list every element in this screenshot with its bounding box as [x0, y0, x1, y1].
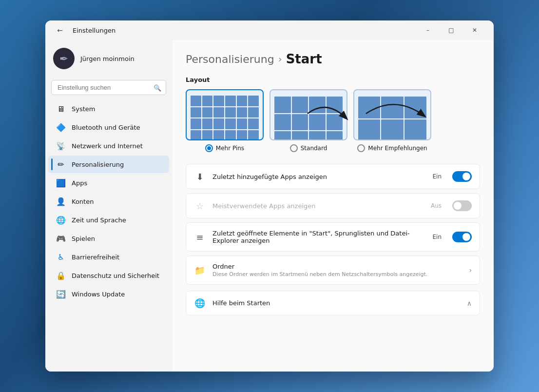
- help-icon: 🌐: [194, 298, 206, 308]
- sidebar-item-label: System: [72, 105, 95, 113]
- toggle-row-recent-items: ≡ Zuletzt geöffnete Elemente in "Start",…: [186, 222, 480, 252]
- toggle-knob: [462, 173, 470, 180]
- main-content: Personalisierung › Start Layout: [172, 40, 494, 372]
- help-row[interactable]: 🌐 Hilfe beim Starten ∧: [186, 291, 480, 315]
- sidebar-item-label: Zeit und Sprache: [72, 216, 126, 224]
- avatar-icon: ✒: [59, 53, 68, 65]
- most-used-status: Aus: [431, 202, 442, 209]
- accessibility-icon: ♿: [56, 252, 66, 262]
- system-icon: 🖥: [56, 104, 66, 114]
- layout-option-mehr-pins: Mehr Pins: [186, 89, 264, 152]
- titlebar: ← Einstellungen – □ ✕: [45, 20, 494, 40]
- sidebar-item-accessibility[interactable]: ♿ Barrierefreiheit: [48, 248, 169, 266]
- time-icon: 🌐: [56, 215, 66, 225]
- toggle-row-recently-added: ⬇ Zuletzt hinzugefügte Apps anzeigen Ein: [186, 164, 480, 189]
- recently-added-status: Ein: [432, 173, 442, 180]
- minimize-button[interactable]: –: [417, 22, 439, 38]
- page-header: Personalisierung › Start: [186, 52, 480, 66]
- breadcrumb-sep: ›: [278, 53, 282, 65]
- sidebar-item-label: Personalisierung: [72, 161, 124, 168]
- close-button[interactable]: ✕: [463, 22, 486, 38]
- recent-items-icon: ≡: [194, 232, 206, 242]
- chevron-right-icon: ›: [469, 266, 472, 274]
- settings-window: ← Einstellungen – □ ✕ ✒ Jürgen moinmoin …: [45, 20, 494, 372]
- search-input[interactable]: [51, 80, 166, 95]
- window-title: Einstellungen: [73, 27, 116, 34]
- sidebar-item-privacy[interactable]: 🔒 Datenschutz und Sicherheit: [48, 267, 169, 284]
- layout-label-standard: Standard: [301, 145, 327, 152]
- apps-icon: 🟦: [56, 178, 66, 188]
- bluetooth-icon: 🔷: [56, 122, 66, 132]
- sidebar-item-update[interactable]: 🔄 Windows Update: [48, 285, 169, 303]
- recent-items-toggle[interactable]: [452, 232, 472, 242]
- help-label: Hilfe beim Starten: [212, 299, 460, 307]
- search-box: 🔍: [51, 80, 166, 95]
- ordner-icon: 📁: [194, 265, 206, 275]
- back-button[interactable]: ←: [53, 23, 67, 37]
- sidebar-item-label: Netzwerk und Internet: [72, 142, 143, 150]
- recently-added-toggle[interactable]: [452, 171, 472, 182]
- sidebar-item-accounts[interactable]: 👤 Konten: [48, 193, 169, 210]
- sidebar-item-network[interactable]: 📡 Netzwerk und Internet: [48, 137, 169, 155]
- maximize-button[interactable]: □: [440, 22, 462, 38]
- page-title: Start: [286, 52, 322, 66]
- avatar: ✒: [53, 48, 75, 69]
- breadcrumb: Personalisierung: [186, 53, 274, 65]
- sidebar: ✒ Jürgen moinmoin 🔍 🖥 System 🔷 Bluetooth…: [45, 40, 172, 372]
- most-used-toggle[interactable]: [452, 200, 472, 211]
- network-icon: 📡: [56, 141, 66, 151]
- radio-mehr-empfehlungen[interactable]: [357, 144, 365, 152]
- content-area: ✒ Jürgen moinmoin 🔍 🖥 System 🔷 Bluetooth…: [45, 40, 494, 372]
- layout-thumbnail-mehr-empfehlungen[interactable]: [353, 89, 431, 140]
- layout-selector: Mehr Pins: [186, 89, 480, 152]
- ordner-subtitle: Diese Ordner werden im Startmenü neben d…: [212, 271, 462, 277]
- layout-option-standard: Standard: [270, 89, 347, 152]
- settings-list: ⬇ Zuletzt hinzugefügte Apps anzeigen Ein…: [186, 164, 480, 315]
- gaming-icon: 🎮: [56, 234, 66, 243]
- layout-radio-standard[interactable]: Standard: [290, 144, 327, 152]
- toggle-knob: [462, 233, 470, 241]
- personalization-icon: ✏️: [56, 159, 66, 169]
- toggle-row-most-used: ☆ Meistverwendete Apps anzeigen Aus: [186, 193, 480, 218]
- sidebar-item-label: Konten: [72, 198, 94, 205]
- radio-standard[interactable]: [290, 144, 298, 152]
- accounts-icon: 👤: [56, 196, 66, 206]
- sidebar-item-system[interactable]: 🖥 System: [48, 100, 169, 118]
- titlebar-left: ← Einstellungen: [53, 23, 116, 37]
- recent-items-label: Zuletzt geöffnete Elemente in "Start", S…: [212, 230, 425, 244]
- layout-radio-mehr-empfehlungen[interactable]: Mehr Empfehlungen: [357, 144, 427, 152]
- sidebar-item-bluetooth[interactable]: 🔷 Bluetooth und Geräte: [48, 118, 169, 136]
- sidebar-item-label: Apps: [72, 179, 87, 187]
- username: Jürgen moinmoin: [80, 55, 135, 62]
- sidebar-item-label: Windows Update: [72, 291, 125, 298]
- sidebar-item-gaming[interactable]: 🎮 Spielen: [48, 230, 169, 247]
- section-layout-label: Layout: [186, 76, 480, 83]
- sidebar-item-apps[interactable]: 🟦 Apps: [48, 174, 169, 192]
- sidebar-item-label: Datenschutz und Sicherheit: [72, 272, 159, 279]
- update-icon: 🔄: [56, 289, 66, 299]
- sidebar-item-time[interactable]: 🌐 Zeit und Sprache: [48, 211, 169, 229]
- sidebar-item-label: Barrierefreiheit: [72, 254, 119, 261]
- ordner-texts: Ordner Diese Ordner werden im Startmenü …: [212, 263, 462, 277]
- search-icon: 🔍: [154, 84, 161, 91]
- recent-items-status: Ein: [432, 234, 442, 240]
- ordner-title: Ordner: [212, 263, 462, 270]
- radio-mehr-pins[interactable]: [205, 144, 213, 152]
- layout-option-mehr-empfehlungen: Mehr Empfehlungen: [353, 89, 431, 152]
- layout-thumbnail-mehr-pins[interactable]: [186, 89, 264, 140]
- layout-radio-mehr-pins[interactable]: Mehr Pins: [205, 144, 244, 152]
- sidebar-item-label: Spielen: [72, 235, 95, 242]
- titlebar-controls: – □ ✕: [417, 22, 486, 38]
- sidebar-item-personalization[interactable]: ✏️ Personalisierung: [48, 156, 169, 173]
- most-used-icon: ☆: [194, 201, 206, 211]
- user-section: ✒ Jürgen moinmoin: [45, 44, 172, 77]
- sidebar-item-label: Bluetooth und Geräte: [72, 124, 140, 131]
- nav-row-ordner[interactable]: 📁 Ordner Diese Ordner werden im Startmen…: [186, 255, 480, 285]
- chevron-up-icon: ∧: [467, 299, 472, 307]
- toggle-knob: [454, 202, 462, 210]
- layout-thumbnail-standard[interactable]: [270, 89, 347, 140]
- layout-area: Mehr Pins: [186, 89, 480, 152]
- recently-added-icon: ⬇: [194, 172, 206, 182]
- privacy-icon: 🔒: [56, 271, 66, 280]
- layout-label-mehr-pins: Mehr Pins: [216, 145, 244, 152]
